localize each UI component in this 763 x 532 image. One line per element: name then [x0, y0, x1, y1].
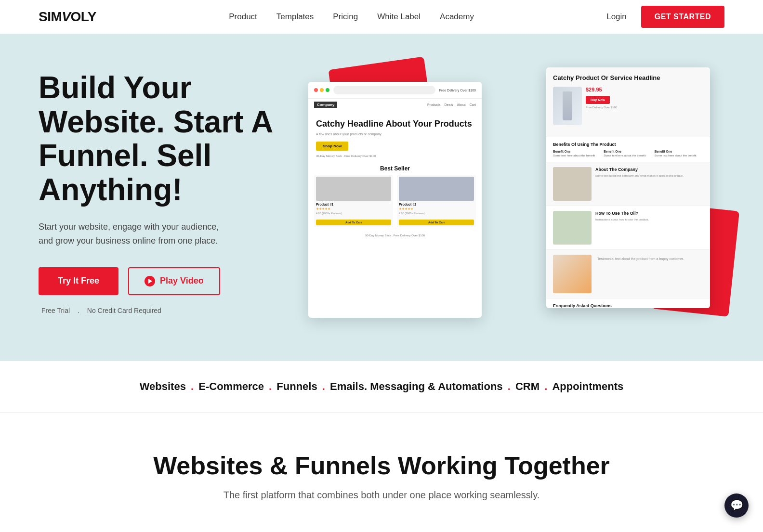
chat-widget[interactable]: 💬 [724, 493, 749, 518]
ss-price: $29.95 [586, 87, 703, 92]
ss-about-desc: Some text about the company and what mak… [595, 174, 703, 178]
ss-stars-1: ★★★★★ [316, 207, 391, 211]
nav-item-templates[interactable]: Templates [276, 12, 314, 22]
feature-ecommerce: E-Commerce [198, 380, 264, 392]
get-started-button[interactable]: GET STARTED [641, 6, 724, 28]
ss-right-product-area: $29.95 Buy Now Free Delivery Over $100 [553, 87, 703, 125]
hero-subtitle: Start your website, engage with your aud… [39, 220, 231, 248]
ss-benefit-3: Benefit OneSome text here about the bene… [655, 150, 703, 157]
ss-person-section: Testimonial text about the product from … [546, 249, 710, 298]
features-text: Websites . E-Commerce . Funnels . Emails… [39, 380, 724, 393]
ss-bestseller-title: Best Seller [308, 161, 482, 175]
ss-delivery: Free Delivery Over $100 [586, 106, 703, 109]
ss-faq-title: Frequently Asked Questions [553, 303, 703, 308]
dot-1: . [188, 380, 197, 392]
ss-faq-section: Frequently Asked Questions Question 1 Qu… [546, 298, 710, 308]
ss-how-image [553, 211, 592, 245]
ss-how-section: How To Use The Oil? Instructions about h… [546, 206, 710, 249]
ss-about-title: About The Company [595, 167, 703, 172]
chat-icon: 💬 [730, 499, 743, 512]
dot-2: . [266, 380, 275, 392]
nav-item-whitelabel[interactable]: White Label [377, 12, 421, 22]
logo[interactable]: SIMVOLY [39, 9, 96, 25]
ss-hero-section: Catchy Headline About Your Products A fe… [308, 111, 482, 161]
feature-crm: CRM [515, 380, 539, 392]
ss-product-card-2: Product #2 ★★★★★ 4.83 (2000+ Reviews) Ad… [397, 175, 476, 227]
play-video-label: Play Video [160, 276, 204, 286]
ss-hero-sub: A few lines about your products or compa… [316, 132, 474, 136]
ss-product-img-1 [316, 177, 391, 201]
ss-nav-cart: Cart [470, 103, 476, 106]
hero-title: Build Your Website. Start A Funnel. Sell… [39, 71, 279, 207]
ss-benefit-1: Benefit OneSome text here about the bene… [553, 150, 602, 157]
separator: . [78, 307, 79, 314]
hero-content: Build Your Website. Start A Funnel. Sell… [39, 71, 279, 314]
ss-delivery-badge: Free Delivery Over $100 [439, 89, 476, 92]
ss-url-bar [333, 86, 435, 94]
hero-buttons: Try It Free Play Video [39, 267, 279, 295]
screenshot-right: Catchy Product Or Service Headline $29.9… [546, 67, 710, 308]
feature-emails: Emails. Messaging & Automations [330, 380, 503, 392]
screenshot-left: Free Delivery Over $100 Company Products… [308, 82, 482, 318]
navbar: SIMVOLY Product Templates Pricing White … [0, 0, 763, 34]
section2-subtitle: The first platform that combines both un… [213, 490, 550, 501]
ss-about-section: About The Company Some text about the co… [546, 162, 710, 206]
free-trial-text: Free Trial [41, 307, 70, 314]
dot-4: . [505, 380, 513, 392]
no-cc-text: No Credit Card Required [87, 307, 161, 314]
section2: Websites & Funnels Working Together The … [0, 412, 763, 532]
try-free-button[interactable]: Try It Free [39, 267, 118, 295]
hero-note: Free Trial . No Credit Card Required [39, 307, 279, 314]
ss-hero-title: Catchy Headline About Your Products [316, 119, 474, 130]
ss-how-text: How To Use The Oil? Instructions about h… [595, 211, 703, 245]
ss-benefit-2: Benefit OneSome text here about the bene… [604, 150, 652, 157]
ss-product-card-1: Product #1 ★★★★★ 4.83 (2000+ Reviews) Ad… [314, 175, 393, 227]
ss-product-img-2 [399, 177, 474, 201]
nav-links: Product Templates Pricing White Label Ac… [229, 12, 474, 22]
ss-dot-green [326, 88, 329, 92]
ss-window-dots [314, 88, 329, 92]
logo-sim: SIM [39, 9, 62, 24]
ss-bottle-image [553, 87, 582, 125]
ss-price-info: $29.95 Buy Now Free Delivery Over $100 [586, 87, 703, 125]
ss-person-image [553, 255, 592, 293]
ss-how-desc: Instructions about how to use the produc… [595, 218, 703, 221]
nav-item-pricing[interactable]: Pricing [333, 12, 358, 22]
ss-browser-bar: Free Delivery Over $100 [308, 82, 482, 99]
ss-nav-about: About [457, 103, 465, 106]
ss-right-hero: Catchy Product Or Service Headline $29.9… [546, 67, 710, 137]
feature-websites: Websites [140, 380, 186, 392]
ss-mock-logo: Company [314, 102, 337, 108]
hero-section: Build Your Website. Start A Funnel. Sell… [0, 34, 763, 361]
ss-dot-red [314, 88, 318, 92]
login-link[interactable]: Login [606, 12, 627, 22]
nav-item-academy[interactable]: Academy [440, 12, 474, 22]
ss-right-headline: Catchy Product Or Service Headline [553, 74, 703, 82]
ss-dot-yellow [320, 88, 324, 92]
ss-shop-button: Shop Now [316, 142, 348, 151]
dot-3: . [319, 380, 328, 392]
ss-benefits-title: Benefits Of Using The Product [553, 142, 703, 147]
features-bar: Websites . E-Commerce . Funnels . Emails… [0, 361, 763, 412]
ss-how-title: How To Use The Oil? [595, 211, 703, 216]
ss-about-image [553, 167, 592, 201]
nav-right: Login GET STARTED [606, 6, 724, 28]
ss-product-name-2: Product #2 [399, 203, 474, 206]
ss-benefits-grid: Benefit OneSome text here about the bene… [553, 150, 703, 157]
ss-reviews-2: 4.83 (2000+ Reviews) [399, 212, 474, 215]
ss-guarantee: 30-Day Money Back . Free Delivery Over $… [316, 155, 474, 157]
play-icon [145, 276, 155, 286]
hero-visual: Free Delivery Over $100 Company Products… [308, 63, 724, 323]
ss-product-name-1: Product #1 [316, 203, 391, 206]
ss-buy-button: Buy Now [586, 96, 610, 104]
nav-item-product[interactable]: Product [229, 12, 257, 22]
ss-add-cart-1: Add To Cart [316, 220, 391, 225]
ss-mock-nav: Products Deals About Cart [427, 103, 476, 106]
ss-nav-deals: Deals [445, 103, 453, 106]
feature-funnels: Funnels [276, 380, 317, 392]
logo-v: V [62, 9, 70, 24]
ss-reviews-1: 4.83 (2000+ Reviews) [316, 212, 391, 215]
play-video-button[interactable]: Play Video [128, 267, 220, 295]
ss-person-text: Testimonial text about the product from … [595, 255, 703, 293]
ss-nav-bar: Company Products Deals About Cart [308, 99, 482, 111]
